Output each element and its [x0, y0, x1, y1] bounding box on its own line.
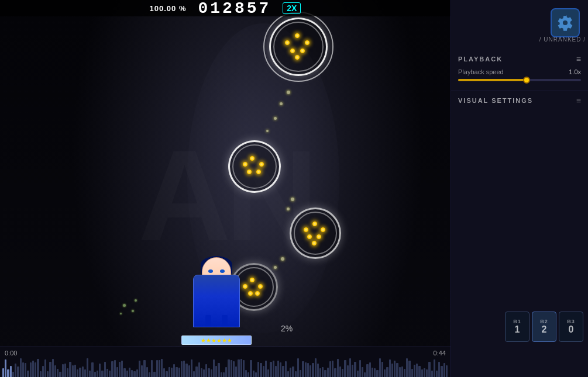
timeline-bar	[441, 366, 442, 377]
timeline-bar	[173, 364, 175, 377]
timeline-bar	[324, 370, 326, 377]
timeline-bar	[181, 361, 183, 377]
timeline-bar	[446, 365, 448, 377]
grade-box-b2: B2 2	[532, 312, 556, 342]
timeline-bar	[94, 372, 96, 377]
timeline-bar	[305, 362, 307, 377]
hit-circle-3[interactable]	[290, 207, 341, 259]
timeline-bar	[391, 364, 393, 377]
grade-label-b3: B3	[567, 319, 575, 324]
timeline-bar	[247, 372, 249, 377]
timeline-bar	[310, 365, 311, 377]
timeline-bar	[347, 365, 349, 377]
star-4: ★	[216, 337, 222, 344]
score-display: 012857	[198, 0, 271, 18]
timeline-bar	[225, 367, 227, 377]
timeline-bar	[277, 361, 279, 377]
timeline-bar	[17, 366, 19, 377]
timeline-bar	[322, 367, 324, 377]
timeline-bar	[40, 371, 42, 377]
timeline-bar	[263, 366, 264, 377]
timeline-bar	[178, 368, 180, 377]
timeline-bar	[119, 362, 121, 377]
timeline-bar	[267, 369, 269, 377]
timeline-bar	[87, 358, 88, 377]
timeline-bar	[406, 358, 408, 377]
timeline-bar	[418, 366, 420, 377]
playback-title: PLAYBACK	[458, 56, 503, 63]
timeline-bar	[424, 368, 425, 377]
timeline-bar	[133, 371, 135, 377]
timeline-bar	[376, 370, 378, 377]
trail-dot-3	[274, 117, 277, 120]
timeline-bar	[114, 360, 116, 378]
star-1: ★	[201, 337, 206, 344]
timeline-bar	[139, 361, 140, 377]
timeline-bar	[386, 367, 388, 377]
playback-speed-label: Playback speed	[458, 68, 504, 75]
timeline[interactable]: 0:00 0:44	[0, 347, 451, 377]
timeline-bar	[404, 369, 405, 377]
playback-section: PLAYBACK ≡ Playback speed 1.0x	[451, 50, 588, 91]
timeline-bar	[195, 366, 197, 377]
scatter-dot-2	[132, 310, 134, 312]
timeline-bar	[352, 365, 353, 377]
accuracy-display: 100.00 %	[150, 4, 187, 13]
trail-dot-1	[287, 91, 290, 94]
timeline-bars[interactable]	[0, 355, 451, 377]
timeline-bar	[292, 366, 294, 377]
playback-menu-icon[interactable]: ≡	[576, 54, 581, 64]
timeline-bar	[131, 370, 133, 377]
timeline-bar	[228, 359, 229, 377]
game-area: AN 100.00 % 012857 2X	[0, 0, 451, 377]
timeline-bar	[101, 371, 103, 377]
timeline-bar	[15, 364, 16, 377]
timeline-bar	[255, 372, 257, 377]
timeline-bar	[163, 368, 165, 377]
timeline-bar	[273, 361, 274, 377]
playback-slider-track[interactable]	[458, 79, 581, 81]
hit-circle-2[interactable]	[228, 140, 281, 193]
timeline-bar	[223, 372, 225, 377]
timeline-bar	[329, 361, 331, 377]
grade-box-b3: B3 0	[559, 312, 583, 342]
timeline-bar	[151, 360, 153, 377]
timeline-bar	[342, 369, 343, 377]
playback-slider-thumb[interactable]	[523, 77, 530, 84]
timeline-bar	[44, 359, 46, 377]
timeline-bar	[312, 363, 314, 377]
timeline-bar	[37, 359, 39, 377]
playback-speed-value: 1.0x	[569, 68, 581, 75]
timeline-bar	[218, 363, 219, 377]
timeline-bar	[203, 369, 205, 377]
timeline-bar	[49, 362, 51, 377]
timeline-bar	[104, 362, 106, 377]
timeline-bar	[97, 371, 98, 377]
unranked-label: / UNRANKED /	[539, 36, 586, 43]
visual-settings-menu-icon[interactable]: ≡	[576, 96, 581, 105]
timeline-bar	[438, 362, 440, 377]
timeline-bar	[116, 367, 118, 377]
timeline-bar	[111, 361, 113, 377]
timeline-bar	[233, 361, 235, 377]
timeline-bar	[121, 361, 123, 377]
timeline-bar	[136, 369, 138, 377]
timeline-bar	[235, 366, 237, 377]
timeline-bar	[374, 368, 376, 377]
timeline-bar	[143, 360, 145, 377]
timeline-bar	[201, 368, 202, 377]
timeline-bar	[213, 359, 215, 377]
timeline-bar	[434, 359, 435, 377]
timeline-bar	[91, 362, 93, 377]
timeline-bar	[436, 371, 438, 377]
playback-slider-fill	[458, 79, 526, 81]
playback-speed-row: Playback speed 1.0x	[458, 68, 581, 75]
settings-gear-button[interactable]	[551, 8, 580, 37]
hit-circle-1[interactable]	[269, 18, 328, 76]
timeline-bar	[47, 371, 49, 377]
timeline-bar	[253, 371, 255, 377]
timeline-bar	[290, 368, 291, 377]
timeline-bar	[27, 371, 29, 377]
timeline-bar	[250, 360, 252, 377]
trail-dot-7	[281, 257, 284, 261]
